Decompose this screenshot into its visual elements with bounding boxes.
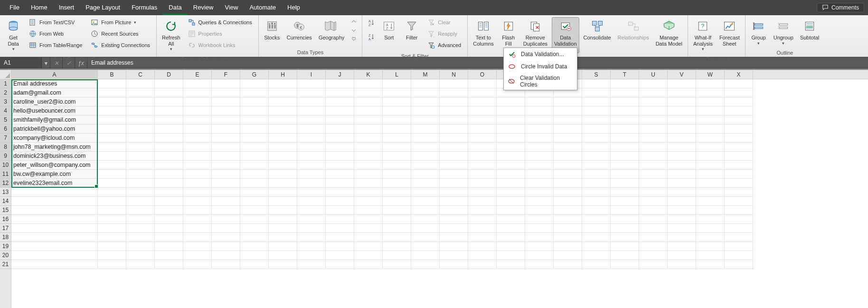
cell[interactable] [497,125,525,134]
cell[interactable] [525,197,554,206]
cell[interactable] [668,106,696,116]
cell[interactable] [468,152,497,161]
row-header[interactable]: 10 [0,161,11,170]
cell[interactable] [411,179,440,188]
cell[interactable] [725,224,753,233]
cell[interactable] [11,224,98,233]
cell[interactable] [668,197,696,206]
cell[interactable] [297,215,326,224]
cell[interactable] [212,188,240,197]
cell[interactable] [411,206,440,215]
cell[interactable] [525,224,554,233]
cell[interactable] [126,88,155,97]
cell[interactable] [326,134,354,143]
cell[interactable] [11,215,98,224]
cell[interactable] [525,188,554,197]
cell[interactable]: peter_willson@company.com [11,161,98,170]
cell[interactable] [554,97,582,106]
cell[interactable] [126,170,155,179]
cell[interactable] [240,179,269,188]
cell[interactable] [98,134,126,143]
cell[interactable] [440,143,468,152]
cell[interactable] [297,134,326,143]
cell[interactable] [582,179,611,188]
cell[interactable] [155,134,183,143]
cell[interactable] [212,116,240,125]
cell[interactable] [354,188,383,197]
cell[interactable] [696,242,725,251]
cell[interactable] [725,251,753,260]
cell[interactable] [354,79,383,88]
cell[interactable] [240,251,269,260]
advanced-filter-button[interactable]: Advanced [424,40,464,50]
cell[interactable] [554,179,582,188]
cell[interactable] [696,79,725,88]
column-header[interactable]: V [668,70,696,79]
cell[interactable] [725,161,753,170]
cell[interactable] [126,188,155,197]
cell[interactable] [611,179,639,188]
refresh-all-button[interactable]: Refresh All [160,17,183,53]
cell[interactable] [696,197,725,206]
cell[interactable] [98,97,126,106]
cell[interactable] [497,242,525,251]
row-header[interactable]: 1 [0,79,11,88]
cell[interactable] [354,197,383,206]
consolidate-button[interactable]: Consolidate [581,17,613,42]
cell[interactable] [725,116,753,125]
cell[interactable] [212,215,240,224]
cell[interactable] [468,260,497,269]
cell[interactable] [582,188,611,197]
cell[interactable] [11,251,98,260]
cell[interactable] [525,134,554,143]
cell[interactable] [297,206,326,215]
cell[interactable] [668,116,696,125]
cell[interactable] [212,179,240,188]
cell[interactable] [269,233,297,242]
cell[interactable] [183,233,212,242]
cell[interactable] [126,161,155,170]
cell[interactable]: bw.cw@example.com [11,170,98,179]
whatif-analysis-button[interactable]: ? What-If Analysis [691,17,715,53]
cell[interactable] [326,215,354,224]
cell[interactable] [696,224,725,233]
cell[interactable] [11,260,98,269]
cell[interactable] [98,197,126,206]
row-header[interactable]: 2 [0,88,11,97]
cell[interactable] [582,161,611,170]
column-header[interactable]: F [212,70,240,79]
cell[interactable] [497,97,525,106]
cell[interactable] [725,143,753,152]
cell[interactable] [155,206,183,215]
cell[interactable] [468,88,497,97]
cell[interactable] [297,242,326,251]
cell[interactable] [269,97,297,106]
cell[interactable] [639,224,668,233]
cell[interactable]: hello@usebouncer.com [11,106,98,116]
tab-page-layout[interactable]: Page Layout [80,0,126,15]
from-picture-button[interactable]: From Picture [87,17,153,28]
group-button[interactable]: Group [748,17,769,47]
cell[interactable] [611,143,639,152]
cell[interactable] [668,188,696,197]
tab-automate[interactable]: Automate [244,0,282,15]
cell[interactable] [582,125,611,134]
cell[interactable] [554,233,582,242]
cell[interactable] [611,134,639,143]
cell[interactable] [611,125,639,134]
cell[interactable] [582,97,611,106]
cell[interactable] [468,134,497,143]
cell[interactable] [611,215,639,224]
cell[interactable] [383,79,411,88]
cell[interactable] [269,242,297,251]
cell[interactable] [440,260,468,269]
cell[interactable] [297,161,326,170]
cell[interactable] [326,206,354,215]
cell[interactable] [468,197,497,206]
cell[interactable] [183,197,212,206]
cell[interactable] [11,242,98,251]
cell[interactable] [269,224,297,233]
cell[interactable] [183,116,212,125]
cell[interactable] [354,125,383,134]
cell[interactable] [725,125,753,134]
